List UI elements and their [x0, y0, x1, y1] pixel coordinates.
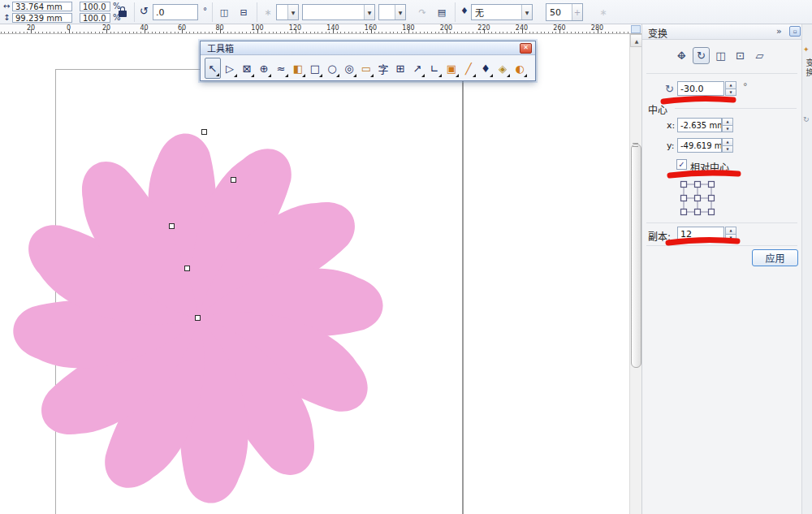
spinner-up-icon: ▲ [722, 118, 733, 126]
property-bar: ↔ 33.764 mm ↕ 99.239 mm 100.0 % 100.0 % … [0, 0, 812, 24]
rotate-icon: ↻ [665, 83, 674, 95]
ruler-label: 240 [516, 24, 528, 32]
rotation-angle-input[interactable]: -30.0 [677, 81, 724, 96]
dropdown-arrow-icon[interactable]: ▼ [521, 5, 532, 19]
toolbox-titlebar[interactable]: 工具箱 ✕ [201, 41, 535, 55]
polygon-tool[interactable]: ◎ [341, 58, 357, 79]
rectangle-tool[interactable]: □ [307, 58, 323, 79]
center-y-input[interactable]: -49.619 mm [677, 138, 722, 153]
ellipse-tool[interactable]: ○ [324, 58, 340, 79]
dropdown-arrow-icon[interactable]: ▼ [395, 5, 405, 19]
ruler-label: 200 [440, 24, 452, 32]
scrollbar-grip [633, 143, 638, 147]
spinner-up-icon: ▲ [725, 227, 736, 235]
outline-pen-tool[interactable]: ♦ [477, 58, 494, 79]
outline-width-value: 无 [472, 6, 484, 19]
transform-mode-row: ↔↕↻◫⊡▱ [673, 47, 771, 64]
size-combo[interactable]: ▼ [378, 4, 406, 20]
interactive-fill-tool[interactable]: ◐ [512, 58, 528, 79]
apply-button[interactable]: 应用 [752, 249, 798, 266]
connector-tool[interactable]: ∟ [426, 58, 443, 79]
transform-mode-rotate-button[interactable]: ↻ [693, 47, 710, 64]
style-combo[interactable]: ▼ [302, 4, 375, 20]
node-handle[interactable] [184, 266, 190, 271]
flower-shape[interactable] [0, 34, 629, 514]
scale-x-field[interactable]: 100.0 [80, 2, 110, 11]
freehand-tool[interactable]: ≈ [273, 58, 289, 79]
transform-mode-size-button[interactable]: ⊡ [732, 47, 749, 64]
snap-spinner[interactable]: 50 + [546, 3, 583, 21]
center-x-input[interactable]: -2.635 mm [677, 118, 722, 132]
scrollbar-thumb[interactable] [631, 144, 641, 368]
crop-tool[interactable]: ⊠ [239, 58, 255, 79]
docker-tab-icon: ✦ [803, 45, 810, 54]
ruler-label: 60 [178, 24, 186, 32]
horizontal-ruler[interactable]: 2002040608010012014016018020022024026028… [0, 24, 641, 34]
transform-docker: 变换 » ▫ ✕ ↔↕↻◫⊡▱ ↻ -30.0 ▲ ▼ ° 中心 x: -2.6… [641, 24, 812, 514]
transform-mode-skew-button[interactable]: ▱ [751, 47, 768, 64]
copies-spinner[interactable]: ▲ ▼ [725, 227, 736, 241]
ruler-label: 20 [102, 24, 110, 32]
object-height-field[interactable]: 99.239 mm [12, 13, 72, 23]
dimension-tool[interactable]: ↗ [409, 58, 425, 79]
ruler-label: 120 [289, 24, 301, 32]
treat-as-filled-button: ∗ [595, 5, 611, 19]
center-y-spinner[interactable]: ▲ ▼ [722, 138, 733, 153]
ruler-label: 40 [140, 24, 148, 32]
docker-tab-label[interactable]: 变换 [803, 58, 812, 78]
rotation-spinner[interactable]: ▲ ▼ [725, 81, 736, 96]
plus-icon[interactable]: + [572, 4, 582, 20]
mirror-vertical-button[interactable]: ⊟ [235, 5, 252, 19]
toolbox-tools: ↖▷⊠⊕≈◧□○◎▭字⊞↗∟▣╱♦◈◐ [201, 55, 535, 79]
docker-minimize-button[interactable]: ▫ [789, 26, 801, 37]
basic-shapes-tool[interactable]: ▭ [358, 58, 374, 79]
degree-label: ° [203, 6, 207, 16]
text-tool[interactable]: 字 [375, 58, 391, 79]
scale-lock-icon[interactable] [119, 6, 127, 17]
center-y-label: y: [667, 140, 674, 151]
node-handle[interactable] [231, 177, 236, 183]
mirror-horizontal-button[interactable]: ◫ [216, 5, 232, 19]
object-width-field[interactable]: 33.764 mm [12, 2, 72, 11]
table-tool[interactable]: ⊞ [392, 58, 408, 79]
anchor-point-grid[interactable] [680, 180, 715, 218]
ruler-label: 20 [27, 24, 35, 32]
copies-input[interactable]: 12 [677, 227, 724, 241]
dropdown-arrow-icon[interactable]: ▼ [364, 5, 374, 19]
node-handle[interactable] [201, 129, 207, 135]
order-button[interactable]: ▤ [434, 5, 450, 19]
rotation-angle-field[interactable]: .0 [153, 4, 198, 20]
scale-y-field[interactable]: 100.0 [80, 13, 110, 23]
docker-title: 变换 [648, 26, 667, 40]
smart-fill-tool[interactable]: ◧ [290, 58, 306, 79]
pick-tool[interactable]: ↖ [205, 58, 221, 79]
spinner-down-icon: ▼ [725, 89, 736, 97]
docker-overflow-icon[interactable]: » [776, 26, 782, 37]
ruler-label: 280 [591, 24, 603, 32]
zoom-tool[interactable]: ⊕ [256, 58, 272, 79]
toolbox-close-button[interactable]: ✕ [520, 43, 532, 54]
eyedropper-tool[interactable]: ╱ [460, 58, 477, 79]
spinner-up-icon: ▲ [725, 81, 736, 89]
node-handle[interactable] [169, 223, 175, 229]
blend-tool[interactable]: ▣ [443, 58, 460, 79]
convert-button: ↷ [414, 5, 430, 19]
annotation-underline-rotation [642, 24, 812, 514]
drawing-canvas[interactable] [0, 34, 629, 514]
shape-tool[interactable]: ▷ [222, 58, 238, 79]
docker-header: 变换 » [642, 24, 801, 40]
outline-width-combo[interactable]: 无 ▼ [471, 4, 533, 20]
vertical-scrollbar[interactable]: ▲ [629, 34, 642, 514]
dropdown-arrow-icon[interactable]: ▼ [287, 5, 298, 19]
transform-mode-scale-mirror-button[interactable]: ◫ [712, 47, 729, 64]
transform-mode-position-button[interactable]: ↔↕ [673, 47, 690, 64]
ruler-label: 180 [402, 24, 414, 32]
coreldraw-window: ↔ 33.764 mm ↕ 99.239 mm 100.0 % 100.0 % … [0, 0, 812, 514]
relative-center-checkbox[interactable]: ✓ [676, 159, 687, 170]
node-handle[interactable] [195, 315, 201, 321]
fill-tool[interactable]: ◈ [495, 58, 511, 79]
docker-tab-strip[interactable]: ✦ 变换 ↻ [801, 24, 812, 514]
docker-tab-icon: ↻ [803, 115, 810, 123]
units-combo[interactable]: ▼ [276, 4, 299, 20]
center-x-spinner[interactable]: ▲ ▼ [722, 118, 733, 132]
